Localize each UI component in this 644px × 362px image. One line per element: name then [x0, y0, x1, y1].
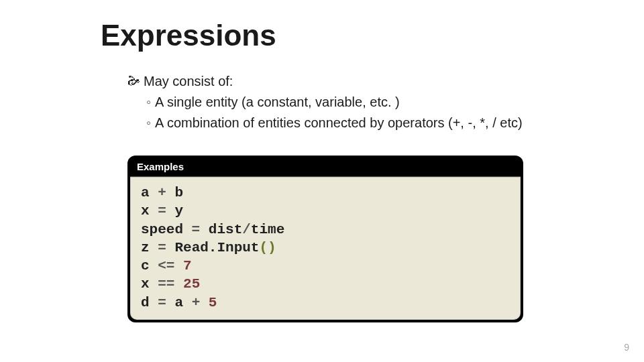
examples-box: Examples a + bx = yspeed = dist/timez = …: [127, 156, 523, 322]
intro-line: 🙞May consist of:: [127, 72, 557, 90]
page-number: 9: [624, 342, 629, 353]
code-block: a + bx = yspeed = dist/timez = Read.Inpu…: [130, 176, 521, 320]
code-line: speed = dist/time: [141, 221, 510, 239]
ring-icon: ◦: [146, 95, 151, 109]
bullet-icon: 🙞: [127, 72, 141, 90]
body-content: 🙞May consist of: ◦A single entity (a con…: [127, 72, 557, 132]
slide-title: Expressions: [101, 19, 276, 52]
sub-bullet-2: ◦A combination of entities connected by …: [146, 114, 557, 132]
ring-icon: ◦: [146, 115, 151, 130]
sub-bullet-1-text: A single entity (a constant, variable, e…: [155, 95, 400, 109]
code-line: x = y: [141, 202, 510, 220]
sub-bullet-2-text: A combination of entities connected by o…: [155, 115, 523, 130]
code-line: a + b: [141, 184, 510, 202]
intro-text: May consist of:: [144, 74, 233, 88]
code-line: c <= 7: [141, 257, 510, 275]
sub-bullet-1: ◦A single entity (a constant, variable, …: [146, 93, 557, 111]
code-line: x == 25: [141, 275, 510, 293]
code-line: z = Read.Input(): [141, 239, 510, 257]
examples-header: Examples: [130, 158, 521, 176]
code-line: d = a + 5: [141, 294, 510, 312]
slide: Expressions 🙞May consist of: ◦A single e…: [0, 0, 644, 362]
